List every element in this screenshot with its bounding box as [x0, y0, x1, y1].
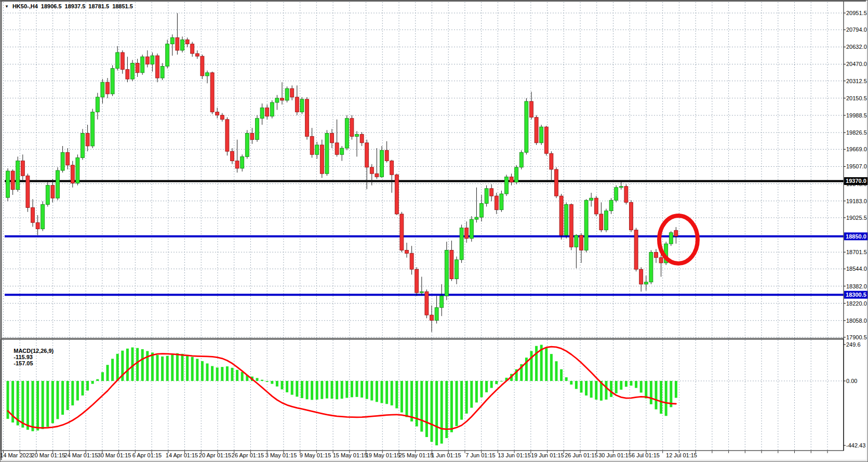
svg-text:12 Jul 01:15: 12 Jul 01:15: [666, 452, 697, 458]
svg-text:18544.0: 18544.0: [846, 266, 867, 272]
svg-text:30 Mar 01:15: 30 Mar 01:15: [98, 452, 131, 458]
svg-text:18058.0: 18058.0: [846, 318, 867, 324]
svg-text:18850.0: 18850.0: [846, 233, 866, 240]
svg-text:6 Apr 01:15: 6 Apr 01:15: [132, 452, 162, 458]
svg-text:15 May 01:15: 15 May 01:15: [333, 452, 368, 458]
svg-text:18220.0: 18220.0: [846, 300, 867, 307]
svg-text:20 Apr 01:15: 20 Apr 01:15: [199, 452, 231, 458]
svg-text:26 Jun 01:15: 26 Jun 01:15: [565, 452, 598, 458]
open-value: 18906.5: [41, 3, 62, 9]
svg-text:14 Apr 01:15: 14 Apr 01:15: [166, 452, 198, 458]
price-chart-canvas[interactable]: 20951.520794.020632.020470.020312.520150…: [1, 1, 868, 462]
svg-text:24 Mar 01:15: 24 Mar 01:15: [64, 452, 98, 458]
macd-name: MACD(12,26,9): [14, 348, 54, 354]
svg-text:7 Jun 01:15: 7 Jun 01:15: [465, 452, 496, 458]
svg-text:3 May 01:15: 3 May 01:15: [265, 452, 297, 458]
svg-text:26 Apr 01:15: 26 Apr 01:15: [232, 452, 264, 458]
symbol-period-label: HK50-,H4: [12, 3, 38, 9]
svg-text:25 May 01:15: 25 May 01:15: [399, 452, 434, 458]
svg-text:20150.5: 20150.5: [846, 95, 867, 101]
svg-text:19507.0: 19507.0: [846, 163, 867, 169]
svg-text:1 Jun 01:15: 1 Jun 01:15: [431, 452, 461, 458]
svg-text:13 Jun 01:15: 13 Jun 01:15: [498, 452, 531, 458]
svg-text:19025.5: 19025.5: [846, 215, 867, 221]
svg-text:19 May 01:15: 19 May 01:15: [366, 452, 400, 458]
svg-text:19669.0: 19669.0: [846, 146, 867, 152]
svg-text:20632.0: 20632.0: [846, 44, 867, 50]
svg-text:20470.0: 20470.0: [846, 61, 867, 67]
macd-signal-value: -157.05: [14, 360, 33, 366]
ohlc-header: ▼ HK50-,H4 18906.5 18937.5 18781.5 18851…: [5, 3, 136, 10]
macd-main-value: -115.93: [14, 354, 33, 360]
svg-text:19988.5: 19988.5: [846, 112, 867, 118]
svg-text:19370.0: 19370.0: [846, 178, 866, 184]
svg-text:20794.0: 20794.0: [846, 27, 867, 33]
svg-text:0.00: 0.00: [846, 378, 857, 384]
svg-text:20 Mar 01:15: 20 Mar 01:15: [32, 452, 65, 458]
svg-text:20312.5: 20312.5: [846, 78, 867, 84]
svg-text:249.6: 249.6: [846, 341, 861, 348]
svg-text:6 Jul 01:15: 6 Jul 01:15: [632, 452, 660, 458]
svg-text:30 Jun 01:15: 30 Jun 01:15: [598, 452, 632, 458]
svg-text:19826.5: 19826.5: [846, 129, 867, 136]
close-value: 18851.5: [112, 3, 133, 9]
window-bottom-strip: [1, 460, 868, 462]
svg-text:17900.5: 17900.5: [846, 334, 867, 340]
symbol-dropdown-icon[interactable]: ▼: [5, 4, 9, 9]
svg-text:-442.43: -442.43: [846, 442, 865, 448]
svg-text:14 Mar 2023: 14 Mar 2023: [1, 452, 32, 458]
svg-text:9 May 01:15: 9 May 01:15: [300, 452, 331, 458]
low-value: 18781.5: [88, 3, 109, 9]
svg-text:20951.5: 20951.5: [846, 10, 867, 16]
svg-text:18701.5: 18701.5: [846, 249, 867, 255]
svg-text:19 Jun 01:15: 19 Jun 01:15: [531, 452, 564, 458]
chart-window: 20951.520794.020632.020470.020312.520150…: [0, 0, 868, 462]
svg-text:18382.0: 18382.0: [846, 283, 867, 289]
svg-text:19183.0: 19183.0: [846, 198, 867, 204]
high-value: 18937.5: [65, 3, 86, 9]
macd-indicator-label: MACD(12,26,9) -115.93 -157.05: [7, 341, 56, 373]
svg-text:18300.5: 18300.5: [846, 292, 866, 298]
